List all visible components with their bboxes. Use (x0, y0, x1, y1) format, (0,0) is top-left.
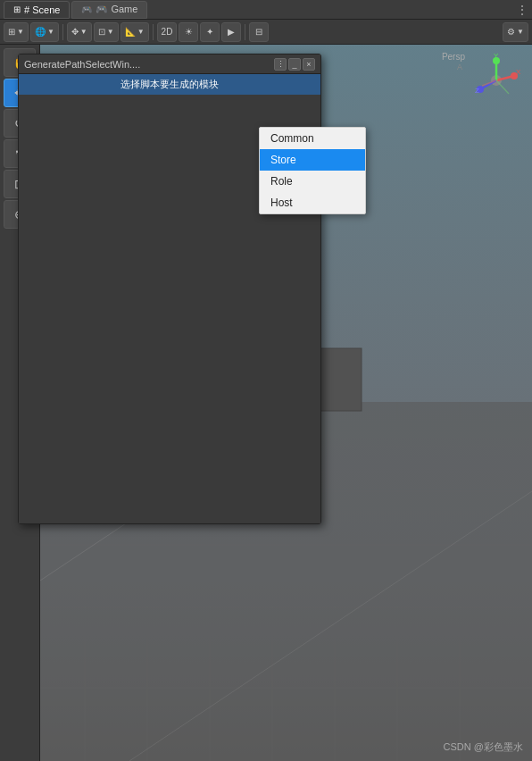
grid-chevron: ▼ (17, 28, 24, 36)
settings-btn[interactable]: ⚙ ▼ (503, 22, 528, 42)
play-btn[interactable]: ▶ (221, 22, 241, 42)
move-tool-btn[interactable]: ✥ ▼ (67, 22, 92, 42)
sep3 (245, 24, 245, 40)
scene-tab[interactable]: ⊞ # Scene (4, 1, 70, 19)
role-label: Role (270, 175, 293, 188)
measure-btn[interactable]: 📐 ▼ (121, 22, 149, 42)
sep1 (62, 24, 63, 40)
svg-text:Z: Z (475, 87, 479, 95)
2d-label: 2D (162, 27, 173, 37)
store-label: Store (270, 154, 296, 166)
dropdown-item-role[interactable]: Role (260, 171, 365, 192)
scene-tab-icon: ⊞ (13, 4, 21, 14)
persp-label: Persp (442, 52, 465, 62)
dropdown-menu: Common Store Role Host (259, 127, 366, 214)
generate-path-window: GeneratePathSelectWin.... ⋮ _ × 选择脚本要生成的… (18, 54, 321, 524)
move-icon: ✥ (71, 27, 79, 37)
fx-btn[interactable]: ✦ (200, 22, 220, 42)
light-btn[interactable]: ☀ (179, 22, 198, 42)
window-minimize-btn[interactable]: _ (288, 58, 301, 71)
layout-btn[interactable]: ⊟ (249, 22, 269, 42)
toolbar-more-btn[interactable]: ⋮ (516, 3, 528, 17)
window-header-label: 选择脚本要生成的模块 (19, 74, 320, 95)
window-close-btn[interactable]: × (303, 58, 315, 71)
rect-chevron: ▼ (107, 28, 114, 36)
2d-btn[interactable]: 2D (157, 22, 178, 42)
world-icon: 🌐 (35, 27, 46, 37)
game-tab-icon: 🎮 (81, 4, 92, 14)
window-more-btn[interactable]: ⋮ (274, 58, 287, 71)
window-title: GeneratePathSelectWin.... (24, 59, 140, 70)
fx-icon: ✦ (206, 27, 213, 37)
grid-tool-btn[interactable]: ⊞ ▼ (4, 22, 29, 42)
game-tab[interactable]: 🎮 🎮 Game (71, 1, 147, 19)
world-chevron: ▼ (47, 28, 54, 36)
scene-tab-label: # Scene (24, 4, 60, 15)
toolbar-row: ⊞ ▼ 🌐 ▼ ✥ ▼ ⊡ ▼ 📐 ▼ 2D ☀ ✦ ▶ ⊟ ⚙ ▼ (0, 20, 532, 45)
measure-chevron: ▼ (137, 28, 145, 36)
watermark-text: CSDN @彩色墨水 (444, 741, 523, 752)
top-tabbar: ⊞ # Scene 🎮 🎮 Game ⋮ (0, 0, 532, 20)
scene-gizmo[interactable]: X Y Z (470, 54, 523, 107)
settings-icon: ⚙ (507, 27, 515, 37)
watermark: CSDN @彩色墨水 (444, 740, 523, 754)
svg-line-26 (496, 80, 509, 94)
layout-icon: ⊟ (255, 27, 262, 37)
window-titlebar[interactable]: GeneratePathSelectWin.... ⋮ _ × (19, 54, 320, 74)
window-controls: ⋮ _ × (274, 58, 315, 71)
grid-icon: ⊞ (8, 27, 15, 37)
game-tab-label: 🎮 Game (96, 4, 137, 15)
rect-icon: ⊡ (98, 27, 105, 37)
world-tool-btn[interactable]: 🌐 ▼ (30, 22, 59, 42)
sep2 (153, 24, 154, 40)
light-icon: ☀ (185, 27, 193, 37)
dropdown-item-host[interactable]: Host (260, 192, 365, 213)
a-label: A (457, 63, 462, 71)
move-chevron: ▼ (80, 28, 87, 36)
rect-tool-btn[interactable]: ⊡ ▼ (94, 22, 119, 42)
measure-icon: 📐 (125, 27, 136, 37)
dropdown-item-store[interactable]: Store (260, 149, 365, 171)
svg-text:X: X (516, 68, 521, 76)
common-label: Common (270, 132, 314, 145)
dropdown-item-common[interactable]: Common (260, 128, 365, 149)
play-icon: ▶ (228, 27, 235, 37)
svg-text:Y: Y (494, 54, 499, 60)
settings-chevron: ▼ (517, 28, 524, 36)
host-label: Host (270, 197, 293, 209)
